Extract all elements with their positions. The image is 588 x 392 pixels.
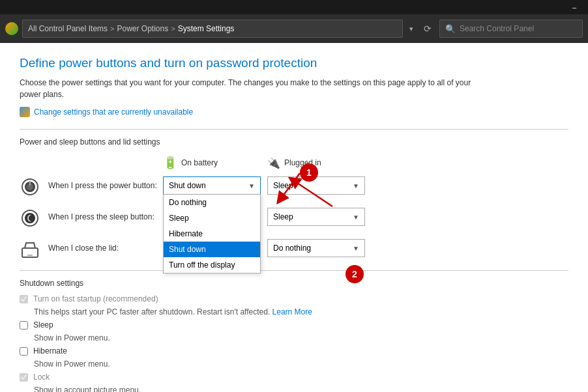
dropdown-chevron-1: ▼ <box>248 182 255 189</box>
search-icon: 🔍 <box>445 24 456 34</box>
change-settings-link[interactable]: Change settings that are currently unava… <box>20 107 568 117</box>
change-settings-label: Change settings that are currently unava… <box>34 107 193 117</box>
power-button-controls: Shut down ▼ Do nothing Sleep Hibernate S… <box>163 176 365 195</box>
pluggedin-icon: 🔌 <box>267 157 280 169</box>
titlebar: – <box>0 0 588 14</box>
battery-icon: 🔋 <box>163 156 177 170</box>
minimize-button[interactable]: – <box>567 3 581 11</box>
breadcrumb-all-items[interactable]: All Control Panel Items <box>28 24 108 33</box>
section-title: Power and sleep buttons and lid settings <box>20 137 568 147</box>
shutdown-divider <box>20 270 568 271</box>
power-pluggedin-dropdown-wrapper: Sleep ▼ <box>267 176 365 195</box>
addressbar: All Control Panel Items > Power Options … <box>0 14 588 43</box>
power-pluggedin-dropdown[interactable]: Sleep ▼ <box>267 176 365 195</box>
breadcrumb-sep1: > <box>110 25 114 33</box>
hibernate-label: Hibernate <box>33 346 67 356</box>
sleep-button-icon <box>20 208 40 229</box>
power-pluggedin-value: Sleep <box>273 181 293 190</box>
sleep-checkbox[interactable] <box>20 321 28 329</box>
battery-column-header: 🔋 On battery <box>163 156 267 170</box>
dropdown-chevron-pluggedin-1: ▼ <box>353 182 359 189</box>
fast-startup-checkbox[interactable] <box>20 295 28 303</box>
fast-startup-label: Turn on fast startup (recommended) <box>33 294 158 303</box>
learn-more-link[interactable]: Learn More <box>272 307 312 316</box>
sleep-pluggedin-dropdown[interactable]: Sleep ▼ <box>267 208 365 226</box>
refresh-button[interactable]: ⟳ <box>420 22 435 35</box>
hibernate-checkbox[interactable] <box>20 347 28 356</box>
annotation-1: 1 <box>300 163 318 182</box>
power-battery-dropdown-wrapper: Shut down ▼ Do nothing Sleep Hibernate S… <box>163 176 261 195</box>
battery-label: On battery <box>181 158 218 167</box>
page-title: Define power buttons and turn on passwor… <box>20 56 568 70</box>
shutdown-section: Shutdown settings Turn on fast startup (… <box>20 270 568 392</box>
column-headers: 🔋 On battery 🔌 Plugged in <box>163 156 568 170</box>
power-button-label: When I press the power button: <box>48 176 163 195</box>
svg-rect-7 <box>27 255 33 256</box>
lid-icon <box>20 239 40 260</box>
pluggedin-column-header: 🔌 Plugged in <box>267 156 372 170</box>
shutdown-title: Shutdown settings <box>20 279 568 288</box>
annotation-2: 2 <box>345 265 364 283</box>
lock-label: Lock <box>33 372 50 382</box>
power-button-icon <box>20 176 40 197</box>
lock-row: Lock <box>20 372 568 382</box>
sleep-pluggedin-value: Sleep <box>273 212 293 221</box>
svg-rect-3 <box>29 180 31 186</box>
settings-grid: Power and sleep buttons and lid settings… <box>20 129 568 260</box>
dropdown-chevron-pluggedin-3: ▼ <box>353 245 359 252</box>
sleep-button-row: When I press the sleep button: Sleep ▼ S… <box>20 208 568 229</box>
description: Choose the power settings that you want … <box>20 77 476 100</box>
breadcrumb-current: System Settings <box>178 24 235 33</box>
breadcrumb-sep2: > <box>171 25 175 33</box>
lid-pluggedin-value: Do nothing <box>273 244 311 253</box>
sleep-sub: Show in Power menu. <box>34 333 568 343</box>
lid-label: When I close the lid: <box>48 239 163 257</box>
breadcrumb-bar: All Control Panel Items > Power Options … <box>22 20 403 38</box>
search-box[interactable]: 🔍 Search Control Panel <box>439 20 583 38</box>
lock-checkbox[interactable] <box>20 373 28 382</box>
fast-startup-sub: This helps start your PC faster after sh… <box>34 307 568 316</box>
option-hibernate[interactable]: Hibernate <box>164 226 260 242</box>
power-button-row: When I press the power button: Shut down… <box>20 176 568 197</box>
sleep-shutdown-row: Sleep <box>20 320 568 329</box>
breadcrumb-power-options[interactable]: Power Options <box>117 24 169 33</box>
power-battery-dropdown-list: Do nothing Sleep Hibernate Shut down Tur… <box>163 194 261 273</box>
section-divider <box>20 129 568 130</box>
search-placeholder: Search Control Panel <box>460 24 534 33</box>
option-turn-off-display[interactable]: Turn off the display <box>164 257 260 273</box>
lid-row: When I close the lid: Do nothing ▼ Do no… <box>20 239 568 260</box>
windows-icon <box>5 22 18 35</box>
power-battery-value: Shut down <box>169 181 206 190</box>
hibernate-sub: Show in Power menu. <box>34 359 568 369</box>
dropdown-chevron-pluggedin-2: ▼ <box>353 214 359 221</box>
main-content: Define power buttons and turn on passwor… <box>0 43 588 392</box>
hibernate-row: Hibernate <box>20 346 568 356</box>
fast-startup-sub-text: This helps start your PC faster after sh… <box>34 307 270 316</box>
option-sleep[interactable]: Sleep <box>164 210 260 226</box>
fast-startup-row: Turn on fast startup (recommended) <box>20 294 568 303</box>
sleep-shutdown-label: Sleep <box>33 320 53 329</box>
lid-pluggedin-dropdown[interactable]: Do nothing ▼ <box>267 239 365 257</box>
svg-point-5 <box>25 213 35 223</box>
sleep-button-label: When I press the sleep button: <box>48 208 163 226</box>
option-shut-down[interactable]: Shut down <box>164 242 260 257</box>
shield-icon <box>20 107 30 117</box>
address-chevron[interactable]: ▾ <box>407 25 416 33</box>
power-battery-dropdown[interactable]: Shut down ▼ <box>163 176 261 195</box>
lock-sub: Show in account picture menu. <box>34 385 568 392</box>
option-do-nothing[interactable]: Do nothing <box>164 195 260 210</box>
